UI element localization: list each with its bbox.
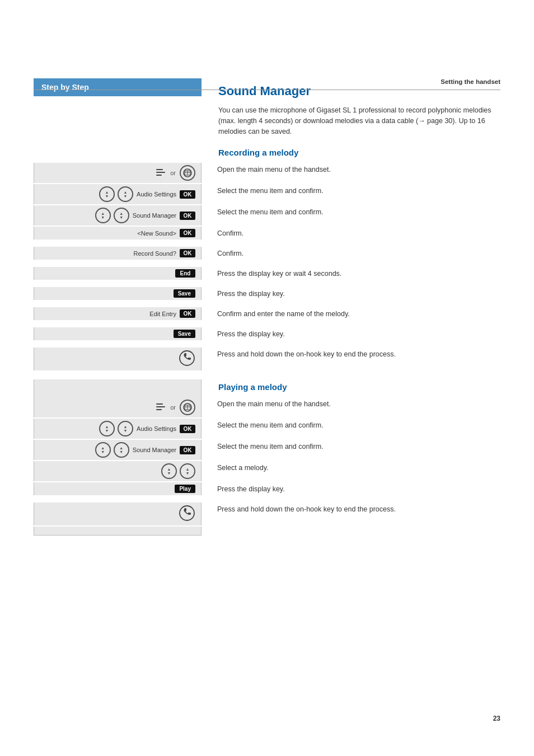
svg-rect-1 [156, 172, 165, 173]
onhook-icon-r9 [179, 350, 195, 368]
step-right-r7: Confirm and enter the name of the melody… [202, 307, 500, 322]
step-left-r4: Record Sound? OK [34, 247, 202, 260]
or-text-r0: or [170, 170, 176, 176]
step-left-p5 [34, 503, 202, 525]
nav-icon-r2a: ▲▼ [95, 208, 111, 223]
step-right-p4: Press the display key. [202, 482, 500, 497]
step-right-r4: Confirm. [202, 247, 500, 261]
step-right-p5: Press and hold down the on-hook key to e… [202, 503, 500, 517]
playing-step-1: ▲▼ ▲▼ Audio Settings OK Select the menu … [34, 419, 500, 439]
ok-btn-p1: OK [180, 425, 195, 433]
intro-text: You can use the microphone of Gigaset SL… [218, 105, 500, 137]
play-button: Play [175, 485, 195, 493]
step-right-r5: Press the display key or wait 4 seconds. [202, 267, 500, 281]
page: Setting the handset Step by Step Sound M… [0, 0, 534, 756]
playing-step-0: or Open the main menu of the handset. [34, 397, 500, 417]
step-right-p2: Select the menu item and confirm. [202, 440, 500, 454]
ok-btn-r7: OK [180, 309, 195, 318]
grid-circle-icon-p0 [180, 400, 195, 415]
section1-title: Recording a melody [218, 148, 500, 157]
recording-step-0: or Open the main menu of the handset. [34, 163, 500, 183]
section-label: Setting the handset [441, 78, 500, 85]
nav-icon-p2b: ▲▼ [114, 442, 129, 458]
sound-manager-label-p2: Sound Manager [133, 447, 176, 453]
step-left-p4: Play [34, 482, 202, 495]
onhook-icon-p5 [179, 505, 195, 523]
step-left-p0: or [34, 397, 202, 417]
step-left-p2: ▲▼ ▲▼ Sound Manager OK [34, 440, 202, 460]
svg-rect-0 [156, 169, 163, 170]
grid-circle-icon-r0 [180, 165, 195, 181]
playing-step-2: ▲▼ ▲▼ Sound Manager OK Select the menu i… [34, 440, 500, 460]
recording-step-4: Record Sound? OK Confirm. [34, 247, 500, 266]
step-right-p0: Open the main menu of the handset. [202, 397, 500, 412]
audio-settings-label: Audio Settings [137, 191, 176, 198]
recording-step-2: ▲▼ ▲▼ Sound Manager OK Select the menu i… [34, 205, 500, 226]
step-right-r9: Press and hold down the on-hook key to e… [202, 348, 500, 362]
ok-btn-r4: OK [180, 249, 195, 257]
step-left-r2: ▲▼ ▲▼ Sound Manager OK [34, 205, 202, 226]
nav-icon-p1a: ▲▼ [99, 421, 115, 436]
step-right-r2: Select the menu item and confirm. [202, 205, 500, 220]
step-left-p3: ▲▼ ▲▼ [34, 461, 202, 481]
end-button: End [175, 269, 195, 278]
ok-btn-r2: OK [180, 212, 195, 220]
playing-step-5: Press and hold down the on-hook key to e… [34, 503, 500, 525]
ok-btn-p2: OK [180, 446, 195, 454]
recording-step-5: End Press the display key or wait 4 seco… [34, 267, 500, 286]
step-right-r8: Press the display key. [202, 327, 500, 342]
recording-step-6: Save Press the display key. [34, 287, 500, 306]
step-left-r8: Save [34, 327, 202, 340]
step-right-r1: Select the menu item and confirm. [202, 184, 500, 199]
section2-title: Playing a melody [218, 382, 500, 392]
svg-rect-9 [156, 406, 165, 407]
save-button-r8: Save [174, 330, 195, 338]
svg-rect-10 [156, 409, 162, 410]
main-title: Sound Manager [218, 84, 500, 98]
step-left-r5: End [34, 267, 202, 280]
step-right-r3: Confirm. [202, 227, 500, 241]
record-sound-label: Record Sound? [134, 250, 176, 257]
step-by-step-header: Step by Step [34, 78, 202, 96]
or-text-p0: or [170, 404, 176, 411]
nav-icon-p3a: ▲▼ [161, 463, 177, 479]
page-number: 23 [493, 715, 500, 722]
step-right-p1: Select the menu item and confirm. [202, 419, 500, 433]
nav-icon-r2b: ▲▼ [114, 208, 129, 223]
step-right-r0: Open the main menu of the handset. [202, 163, 500, 177]
playing-step-4: Play Press the display key. [34, 482, 500, 501]
new-sound-label: <New Sound> [137, 230, 176, 237]
nav-icon-r1a: ▲▼ [99, 186, 115, 202]
playing-step-3: ▲▼ ▲▼ Select a melody. [34, 461, 500, 481]
menu-lines-icon [155, 167, 166, 179]
step-left-r3: <New Sound> OK [34, 227, 202, 240]
step-right-p3: Select a melody. [202, 461, 500, 476]
recording-step-9: Press and hold down the on-hook key to e… [34, 348, 500, 370]
step-left-r1: ▲▼ ▲▼ Audio Settings OK [34, 184, 202, 204]
save-button-r6: Save [174, 289, 195, 298]
svg-rect-8 [156, 403, 163, 405]
step-left-p1: ▲▼ ▲▼ Audio Settings OK [34, 419, 202, 439]
nav-icon-p2a: ▲▼ [95, 442, 111, 458]
nav-icon-p3b: ▲▼ [180, 463, 195, 479]
step-left-r9 [34, 348, 202, 370]
step-left-r6: Save [34, 287, 202, 300]
edit-entry-label: Edit Entry [149, 311, 176, 317]
svg-rect-2 [156, 175, 162, 176]
recording-step-8: Save Press the display key. [34, 327, 500, 346]
audio-settings-label-p1: Audio Settings [137, 425, 176, 432]
step-left-r0: or [34, 163, 202, 183]
recording-step-1: ▲▼ ▲▼ Audio Settings OK Select the menu … [34, 184, 500, 204]
recording-step-7: Edit Entry OK Confirm and enter the name… [34, 307, 500, 326]
nav-icon-p1b: ▲▼ [118, 421, 133, 436]
ok-btn-r3: OK [180, 229, 195, 237]
ok-btn-r1: OK [180, 190, 195, 199]
recording-step-3: <New Sound> OK Confirm. [34, 227, 500, 246]
step-right-r6: Press the display key. [202, 287, 500, 302]
top-divider [34, 90, 500, 90]
sound-manager-label-r2: Sound Manager [133, 212, 176, 219]
nav-icon-r1b: ▲▼ [118, 186, 133, 202]
menu-lines-icon-p0 [155, 402, 166, 414]
step-left-r7: Edit Entry OK [34, 307, 202, 320]
